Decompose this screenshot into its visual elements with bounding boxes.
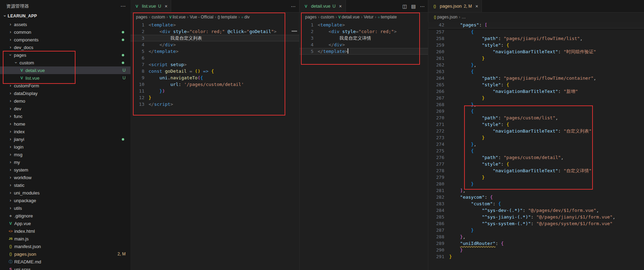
- tree-item-custom[interactable]: ›custom: [0, 59, 130, 66]
- code-line[interactable]: 272 "navigationBarTitleText": "自定义列表": [428, 128, 644, 134]
- code-line[interactable]: 265 "style": {: [428, 81, 644, 88]
- tree-item-func[interactable]: ›func: [0, 112, 130, 120]
- tree-item-static[interactable]: ›static: [0, 181, 130, 189]
- code-line[interactable]: 271 "style": {: [428, 121, 644, 128]
- tree-item-workflow[interactable]: ›workflow: [0, 174, 130, 181]
- code-line[interactable]: 290 }: [428, 247, 644, 253]
- code-line[interactable]: 284 "^sys-dev-(.*)": "@/pages/dev/$1/for…: [428, 207, 644, 214]
- breadcrumb-item[interactable]: Vdetail.vue: [338, 15, 359, 19]
- close-icon[interactable]: ×: [475, 3, 478, 9]
- tree-item-list.vue[interactable]: Vlist.vueU: [0, 74, 130, 82]
- code-line[interactable]: 282 "easycom": {: [428, 194, 644, 200]
- tree-item-dev[interactable]: ›dev: [0, 105, 130, 112]
- breadcrumb-item[interactable]: ○template: [377, 15, 397, 19]
- breadcrumb-item[interactable]: ○div: [241, 15, 249, 19]
- tab-list-vue[interactable]: V list.vue U ×: [130, 0, 171, 12]
- code-line[interactable]: 4 </div>: [130, 41, 299, 48]
- tree-item-App.vue[interactable]: VApp.vue: [0, 220, 130, 227]
- code-line[interactable]: 266 "navigationBarTitleText": "新增": [428, 88, 644, 95]
- code-line[interactable]: 257 {: [428, 29, 644, 35]
- code-line[interactable]: 269 {: [428, 108, 644, 114]
- breadcrumb-item[interactable]: Vue - Official: [190, 15, 213, 19]
- tree-item-manifest.json[interactable]: {}manifest.json: [0, 243, 130, 250]
- more-actions-icon[interactable]: ⋯: [291, 3, 296, 9]
- code-line[interactable]: 268 },: [428, 101, 644, 108]
- code-editor-detail-vue[interactable]: 1<template>2 <div style="color: red;">3 …: [300, 22, 428, 55]
- tree-root-folder[interactable]: › LEARUN_APP: [0, 12, 130, 20]
- tree-item-home[interactable]: ›home: [0, 120, 130, 128]
- tree-item-common[interactable]: ›common: [0, 28, 130, 36]
- code-line[interactable]: 283 "custom": {: [428, 200, 644, 207]
- tree-item-.gitignore[interactable]: ◆.gitignore: [0, 212, 130, 220]
- code-line[interactable]: 2 <div style="color: red;">: [300, 28, 428, 35]
- tree-item-demo[interactable]: ›demo: [0, 97, 130, 105]
- code-line[interactable]: 280 }: [428, 181, 644, 187]
- code-line[interactable]: 287 }: [428, 227, 644, 233]
- tree-item-dev_docs[interactable]: ›dev_docs: [0, 43, 130, 51]
- tree-item-assets[interactable]: ›assets: [0, 21, 130, 28]
- breadcrumb-item[interactable]: custom: [152, 15, 165, 19]
- code-line[interactable]: 259 "style": {: [428, 42, 644, 48]
- tree-item-detail.vue[interactable]: Vdetail.vueU: [0, 66, 130, 74]
- breadcrumb-item[interactable]: Vlist.vue: [169, 15, 185, 19]
- breadcrumb-item[interactable]: pages: [305, 15, 317, 19]
- close-icon[interactable]: ×: [339, 3, 342, 9]
- breadcrumb-item[interactable]: …: [462, 15, 466, 19]
- tree-item-main.js[interactable]: JSmain.js: [0, 235, 130, 243]
- code-line[interactable]: 9 uni.navigateTo({: [130, 74, 299, 81]
- code-line[interactable]: 10 url: '/pages/custom/detail': [130, 81, 299, 88]
- code-line[interactable]: 277 "style": {: [428, 161, 644, 167]
- code-line[interactable]: 12}: [130, 94, 299, 101]
- tab-detail-vue[interactable]: V detail.vue U ×: [300, 0, 346, 12]
- code-line[interactable]: 3 我是自定义列表: [130, 35, 299, 41]
- code-editor-list-vue[interactable]: 1<template>2 <div style="color: red;" @c…: [130, 22, 299, 108]
- breadcrumb-item[interactable]: pages: [136, 15, 148, 19]
- tree-item-msg[interactable]: ›msg: [0, 151, 130, 158]
- tree-item-index[interactable]: ›index: [0, 128, 130, 135]
- breadcrumb-item[interactable]: Vetur: [364, 15, 373, 19]
- code-line[interactable]: 278 "navigationBarTitleText": "自定义详情": [428, 167, 644, 174]
- code-line[interactable]: 291}: [428, 253, 644, 260]
- code-line[interactable]: 267 }: [428, 95, 644, 101]
- code-line[interactable]: 6: [130, 55, 299, 61]
- tree-item-README.md[interactable]: ⓘREADME.md: [0, 258, 130, 265]
- split-editor-icon[interactable]: ◫: [403, 3, 407, 9]
- breadcrumb-item[interactable]: custom: [321, 15, 334, 19]
- code-editor-pages-json[interactable]: 42 "pages": [257 {258 "path": "pages/jia…: [428, 22, 644, 260]
- code-line[interactable]: 11 }): [130, 88, 299, 94]
- code-line[interactable]: 260 "navigationBarTitleText": "时间组件验证": [428, 48, 644, 55]
- code-line[interactable]: 274 },: [428, 141, 644, 148]
- tree-item-unpackage[interactable]: ›unpackage: [0, 197, 130, 204]
- tree-item-pages.json[interactable]: {}pages.json2, M: [0, 250, 130, 258]
- code-line[interactable]: 279 }: [428, 174, 644, 181]
- code-line[interactable]: 273 }: [428, 134, 644, 141]
- more-actions-icon[interactable]: ⋯: [420, 3, 425, 9]
- tree-item-pages[interactable]: ›pages: [0, 51, 130, 59]
- code-line[interactable]: 286 "^sys-system-(.*)": "@/pages/system/…: [428, 220, 644, 227]
- tree-item-my[interactable]: ›my: [0, 158, 130, 166]
- code-line[interactable]: 281 ],: [428, 187, 644, 194]
- code-line[interactable]: 2 <div style="color: red;" @click="goDet…: [130, 28, 299, 35]
- close-icon[interactable]: ×: [165, 3, 167, 9]
- tree-item-utils[interactable]: ›utils: [0, 204, 130, 212]
- code-line[interactable]: 276 "path": "pages/custom/detail",: [428, 154, 644, 161]
- tree-item-uni.scss[interactable]: Suni.scss: [0, 265, 130, 270]
- tree-item-customForm[interactable]: ›customForm: [0, 82, 130, 89]
- tree-item-login[interactable]: ›login: [0, 143, 130, 151]
- tree-item-system[interactable]: ›system: [0, 166, 130, 174]
- tab-pages-json[interactable]: {} pages.json 2, M ×: [428, 0, 482, 12]
- tree-item-jianyi[interactable]: ›jianyi: [0, 135, 130, 143]
- breadcrumb-item[interactable]: {}template: [217, 15, 237, 19]
- code-line[interactable]: 261 }: [428, 55, 644, 62]
- code-line[interactable]: 1<template>: [130, 22, 299, 28]
- code-line[interactable]: 5</template>: [300, 48, 428, 55]
- code-line[interactable]: 7<script setup>: [130, 61, 299, 68]
- code-line[interactable]: 4 </div>: [300, 41, 428, 48]
- code-line[interactable]: 1<template>: [300, 22, 428, 28]
- code-line[interactable]: 270 "path": "pages/custom/list",: [428, 114, 644, 121]
- tree-item-components[interactable]: ›components: [0, 36, 130, 43]
- code-line[interactable]: 13</script>: [130, 101, 299, 108]
- code-line[interactable]: 289 "uniIdRouter": {: [428, 240, 644, 247]
- editor-layout-icon[interactable]: ▤: [411, 3, 416, 9]
- explorer-more-icon[interactable]: ⋯: [120, 3, 126, 9]
